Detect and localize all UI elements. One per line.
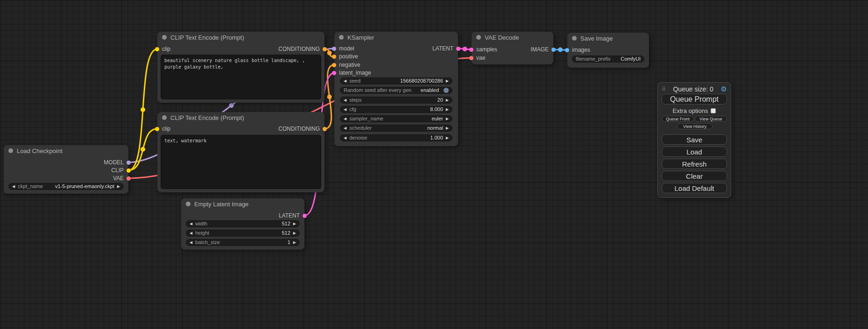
slot-dot-conditioning[interactable] [323, 127, 327, 131]
increment-arrow-icon[interactable]: ▶ [446, 126, 449, 130]
increment-arrow-icon[interactable]: ▶ [446, 117, 449, 121]
cfg-widget[interactable]: ◀ cfg 8.000 ▶ [340, 106, 452, 113]
slot-dot-latent[interactable] [303, 214, 307, 218]
slot-dot-clip[interactable] [155, 47, 159, 51]
load-button[interactable]: Load [662, 147, 727, 157]
slot-dot-latent[interactable] [469, 48, 473, 52]
node-load-checkpoint[interactable]: Load Checkpoint MODEL CLIP VAE ◀ ckpt_na… [4, 145, 128, 194]
comfy-menu-panel[interactable]: ⠿ Queue size: 0 ⚙ Queue Prompt Extra opt… [657, 82, 731, 198]
refresh-button[interactable]: Refresh [662, 159, 727, 169]
input-slot-clip[interactable]: clip [155, 126, 170, 132]
increment-arrow-icon[interactable]: ▶ [446, 108, 449, 112]
increment-arrow-icon[interactable]: ▶ [293, 222, 296, 226]
sampler-name-widget[interactable]: ◀ sampler_name euler ▶ [340, 115, 452, 122]
input-slot-latent-image[interactable]: latent_image [332, 70, 371, 76]
denoise-widget[interactable]: ◀ denoise 1.000 ▶ [340, 134, 452, 141]
slot-dot-image[interactable] [565, 48, 569, 52]
increment-arrow-icon[interactable]: ▶ [446, 136, 449, 140]
decrement-arrow-icon[interactable]: ◀ [344, 117, 346, 121]
output-slot-latent[interactable]: LATENT [279, 212, 307, 219]
decrement-arrow-icon[interactable]: ◀ [344, 79, 346, 83]
extra-options-checkbox[interactable] [711, 108, 716, 113]
slot-dot-vae[interactable] [469, 56, 473, 60]
node-vae-decode[interactable]: VAE Decode samples vae IMAGE [472, 32, 553, 64]
decrement-arrow-icon[interactable]: ◀ [190, 222, 192, 226]
output-slot-model[interactable]: MODEL [104, 159, 131, 166]
increment-arrow-icon[interactable]: ▶ [446, 79, 449, 83]
node-header[interactable]: KSampler [334, 32, 458, 43]
output-slot-clip[interactable]: CLIP [111, 167, 131, 174]
decrement-arrow-icon[interactable]: ◀ [344, 108, 346, 112]
collapse-dot-icon[interactable] [8, 148, 13, 153]
increment-arrow-icon[interactable]: ▶ [293, 231, 296, 235]
increment-arrow-icon[interactable]: ▶ [293, 241, 296, 245]
slot-dot-image[interactable] [551, 48, 556, 52]
node-header[interactable]: VAE Decode [472, 32, 553, 43]
node-empty-latent-image[interactable]: Empty Latent Image LATENT ◀ width 512 ▶ … [181, 198, 304, 250]
drag-handle-icon[interactable]: ⠿ [662, 86, 666, 92]
output-slot-latent[interactable]: LATENT [432, 45, 460, 52]
view-history-button[interactable]: View History [677, 123, 713, 129]
queue-prompt-button[interactable]: Queue Prompt [662, 94, 727, 105]
node-header[interactable]: CLIP Text Encode (Prompt) [157, 112, 325, 123]
input-slot-negative[interactable]: negative [332, 62, 360, 68]
clear-button[interactable]: Clear [662, 171, 727, 181]
input-slot-model[interactable]: model [332, 45, 354, 52]
settings-gear-icon[interactable]: ⚙ [721, 85, 727, 92]
batch-size-widget[interactable]: ◀ batch_size 1 ▶ [186, 239, 300, 246]
output-slot-vae[interactable]: VAE [113, 175, 131, 182]
width-widget[interactable]: ◀ width 512 ▶ [186, 220, 300, 227]
input-slot-images[interactable]: images [565, 47, 590, 53]
input-slot-positive[interactable]: positive [332, 53, 358, 60]
decrement-arrow-icon[interactable]: ◀ [12, 185, 15, 189]
slot-dot-latent[interactable] [332, 71, 336, 75]
ckpt-name-widget[interactable]: ◀ ckpt_name v1-5-pruned-emaonly.ckpt ▶ [8, 183, 124, 190]
slot-dot-model[interactable] [127, 161, 131, 165]
collapse-dot-icon[interactable] [572, 36, 577, 41]
input-slot-samples[interactable]: samples [469, 46, 497, 53]
decrement-arrow-icon[interactable]: ◀ [190, 231, 192, 235]
slot-dot-conditioning[interactable] [332, 63, 336, 67]
toggle-icon[interactable] [444, 88, 449, 93]
collapse-dot-icon[interactable] [339, 35, 344, 40]
prompt-textarea[interactable]: text, watermark [161, 135, 321, 189]
view-queue-button[interactable]: View Queue [695, 116, 727, 122]
node-header[interactable]: Load Checkpoint [4, 145, 128, 156]
random-seed-toggle-widget[interactable]: Random seed after every gen enabled [340, 87, 452, 94]
slot-dot-conditioning[interactable] [332, 55, 336, 59]
slot-dot-clip[interactable] [155, 127, 159, 131]
node-header[interactable]: Empty Latent Image [181, 198, 304, 210]
prompt-textarea[interactable]: beautiful scenery nature glass bottle la… [161, 55, 321, 99]
filename-prefix-widget[interactable]: filename_prefix ComfyUI [572, 56, 644, 63]
node-graph-canvas[interactable]: Load Checkpoint MODEL CLIP VAE ◀ ckpt_na… [0, 0, 868, 329]
output-slot-conditioning[interactable]: CONDITIONING [278, 46, 327, 52]
collapse-dot-icon[interactable] [162, 115, 167, 120]
height-widget[interactable]: ◀ height 512 ▶ [186, 230, 300, 237]
decrement-arrow-icon[interactable]: ◀ [190, 241, 192, 245]
decrement-arrow-icon[interactable]: ◀ [344, 126, 346, 130]
increment-arrow-icon[interactable]: ▶ [446, 98, 449, 102]
slot-dot-conditioning[interactable] [323, 47, 327, 51]
slot-dot-latent[interactable] [456, 47, 460, 51]
collapse-dot-icon[interactable] [162, 35, 167, 40]
decrement-arrow-icon[interactable]: ◀ [344, 136, 346, 140]
collapse-dot-icon[interactable] [186, 202, 191, 206]
node-header[interactable]: Save Image [567, 33, 649, 44]
slot-dot-vae[interactable] [127, 176, 131, 181]
input-slot-vae[interactable]: vae [469, 55, 485, 61]
save-button[interactable]: Save [662, 134, 727, 145]
input-slot-clip[interactable]: clip [155, 46, 170, 52]
seed-widget[interactable]: ◀ seed 156680208700286 ▶ [340, 77, 452, 84]
node-clip-text-encode-negative[interactable]: CLIP Text Encode (Prompt) clip CONDITION… [157, 112, 325, 192]
slot-dot-model[interactable] [332, 47, 336, 51]
queue-front-button[interactable]: Queue Front [662, 116, 694, 122]
scheduler-widget[interactable]: ◀ scheduler normal ▶ [340, 125, 452, 132]
node-save-image[interactable]: Save Image images filename_prefix ComfyU… [567, 33, 649, 68]
output-slot-image[interactable]: IMAGE [530, 46, 556, 53]
steps-widget[interactable]: ◀ steps 20 ▶ [340, 97, 452, 104]
collapse-dot-icon[interactable] [476, 35, 481, 40]
slot-dot-clip[interactable] [127, 168, 131, 173]
node-clip-text-encode-positive[interactable]: CLIP Text Encode (Prompt) clip CONDITION… [157, 32, 325, 103]
node-header[interactable]: CLIP Text Encode (Prompt) [157, 32, 325, 43]
node-ksampler[interactable]: KSampler model positive negative latent_… [334, 32, 458, 146]
